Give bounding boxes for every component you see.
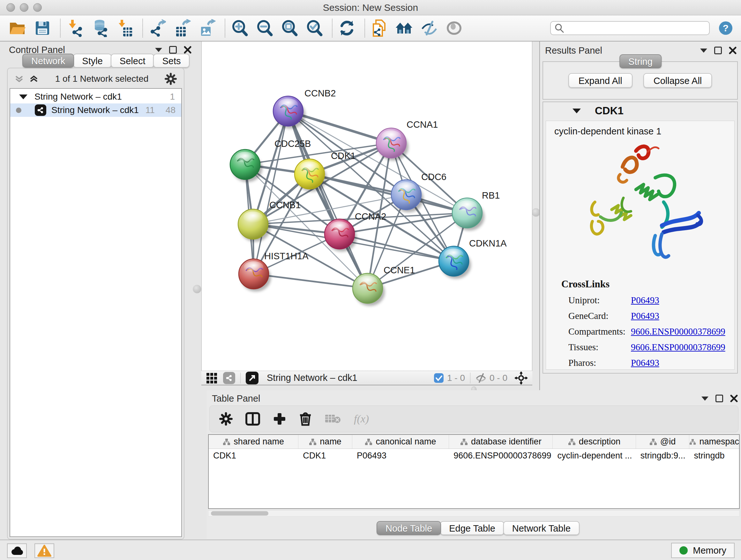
import-network-icon [67,19,83,37]
zoom-out-button[interactable] [255,18,274,38]
export-table-button[interactable] [173,18,192,38]
tab-style[interactable]: Style [73,54,111,68]
export-image-button[interactable] [198,18,216,38]
hidden-elements-eye-icon[interactable] [475,373,486,383]
birdseye-view-icon[interactable] [246,372,259,384]
function-builder-button[interactable]: f(x) [354,413,369,425]
crosslink-label: Tissues: [568,342,631,353]
crosslink-link[interactable]: P06493 [631,295,659,306]
graph-node-RB1[interactable] [452,198,484,231]
refresh-layout-button[interactable] [338,18,356,38]
table-row[interactable]: CDK1 CDK1 P06493 9606.ENSP00000378699 cy… [209,449,739,462]
graph-node-CDKN1A[interactable] [439,246,471,279]
zoom-selected-button[interactable] [305,18,324,38]
hide-graphics-button[interactable] [420,18,439,38]
panel-close-icon[interactable] [729,47,737,54]
graph-node-label-CCNA2: CCNA2 [355,211,386,222]
graph-node-CDC6[interactable] [391,180,423,212]
panel-float-icon[interactable] [169,46,177,54]
crosslink-link[interactable]: P06493 [631,358,659,368]
open-session-button[interactable] [8,18,27,38]
column-header[interactable]: namespac [689,435,739,449]
column-header[interactable]: name [298,435,352,449]
search-icon [555,23,564,33]
tab-network-table[interactable]: Network Table [503,521,580,535]
crosslink-link[interactable]: P06493 [631,311,659,321]
share-view-icon[interactable] [223,372,235,384]
tab-string-results[interactable]: String [619,54,662,68]
help-button[interactable]: ? [719,21,733,35]
tab-select[interactable]: Select [111,54,154,68]
zoom-in-icon [231,19,248,37]
crosslink-link[interactable]: 9606.ENSP00000378699 [631,342,725,353]
column-header[interactable]: canonical name [352,435,449,449]
column-header[interactable]: database identifier [449,435,553,449]
grid-view-icon[interactable] [206,372,217,384]
panel-menu-icon[interactable] [700,49,707,53]
import-table-file-button[interactable] [116,18,134,38]
scrollbar-thumb[interactable] [211,511,268,516]
network-collection-row[interactable]: String Network – cdk1 1 [10,90,181,104]
document-network-button[interactable] [370,18,389,38]
right-splitter-handle[interactable] [532,208,540,217]
crosslink-link[interactable]: 9606.ENSP00000378699 [631,326,725,337]
toolbar-search-field[interactable] [550,21,710,35]
save-session-button[interactable] [33,18,52,38]
expand-all-networks-icon[interactable] [29,74,39,84]
delete-table-icon[interactable] [325,413,341,425]
export-network-button[interactable] [148,18,166,38]
graph-node-CDC25B[interactable] [230,149,262,182]
left-splitter-handle[interactable] [193,285,201,294]
import-network-database-button[interactable] [91,18,109,38]
show-graphics-button[interactable] [445,18,463,38]
add-column-icon[interactable] [273,412,286,426]
graph-node-CCNA2[interactable] [325,219,357,252]
network-graph[interactable]: CCNB2CCNA1CDC25BCDK1CDC6RB1CCNB1CCNA2CDK… [202,42,532,370]
toolbar-separator [332,19,333,37]
show-columns-icon[interactable] [246,412,260,426]
crosslink-label: Compartments: [568,326,631,337]
graph-node-CDK1[interactable] [294,159,327,192]
panel-float-icon[interactable] [716,395,723,402]
save-floppy-icon [35,20,51,36]
selected-nodes-checkbox-icon[interactable] [434,373,444,383]
collapse-all-networks-icon[interactable] [14,74,24,84]
tab-node-table[interactable]: Node Table [377,521,441,535]
protein-section-header[interactable]: CDK1 [543,102,737,119]
houses-button[interactable] [395,18,414,38]
zoom-in-button[interactable] [230,18,249,38]
memory-status-button[interactable]: Memory [671,543,735,558]
column-header[interactable]: shared name [209,435,298,449]
network-view-canvas[interactable]: CCNB2CCNA1CDC25BCDK1CDC6RB1CCNB1CCNA2CDK… [201,42,532,371]
expand-all-button[interactable]: Expand All [568,73,632,88]
panel-float-icon[interactable] [714,47,722,54]
column-header[interactable]: @id [636,435,690,449]
graph-node-CCNA1[interactable] [376,128,408,161]
table-horizontal-scrollbar[interactable] [208,510,740,516]
tab-sets[interactable]: Sets [153,54,190,68]
network-label: String Network – cdk1 [51,105,139,115]
collection-expander-icon[interactable] [19,95,27,99]
network-options-gear-icon[interactable] [165,73,177,85]
zoom-fit-button[interactable] [280,18,299,38]
warnings-button[interactable] [35,543,54,558]
protein-expander-icon[interactable] [572,109,581,113]
collapse-all-button[interactable]: Collapse All [643,73,712,88]
column-header[interactable]: description [553,435,636,449]
protein-details-box: CDK1 cyclin-dependent kinase 1 [542,102,738,374]
panel-menu-icon[interactable] [701,396,709,401]
cloud-status-button[interactable] [7,543,27,558]
pan-crosshair-icon[interactable] [515,371,528,385]
panel-close-icon[interactable] [730,395,738,402]
tab-network[interactable]: Network [22,54,74,68]
import-network-file-button[interactable] [66,18,84,38]
network-row-selected[interactable]: String Network – cdk1 11 48 [10,104,181,117]
search-input[interactable] [567,23,705,33]
panel-close-icon[interactable] [184,46,192,54]
tab-edge-table[interactable]: Edge Table [440,521,504,535]
crosslink-label: Pharos: [568,358,631,368]
panel-menu-icon[interactable] [155,48,162,52]
graph-node-HIST1H1A[interactable] [239,259,271,292]
table-options-gear-icon[interactable] [219,412,232,426]
delete-column-trash-icon[interactable] [299,412,312,426]
